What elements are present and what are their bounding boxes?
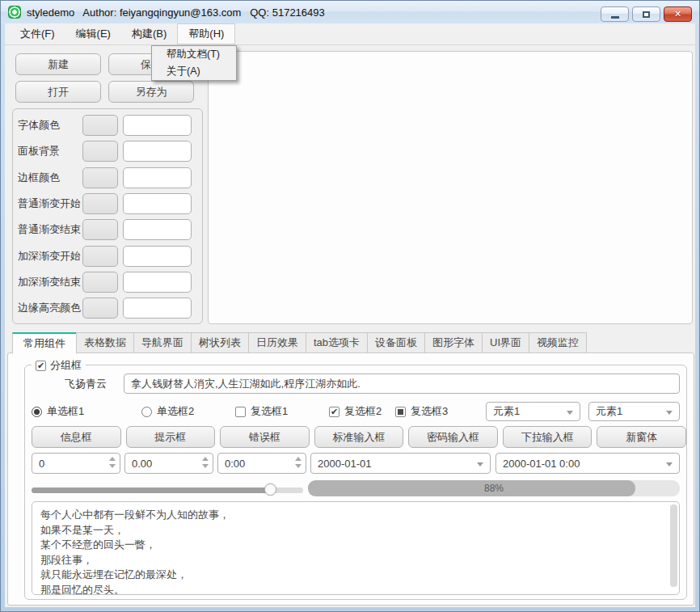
textarea-line: 那段往事， <box>40 553 664 568</box>
datetime-edit[interactable]: 2000-01-01 0:00 <box>495 453 680 474</box>
tab-table-data[interactable]: 表格数据 <box>76 332 134 353</box>
textarea-line: 如果不是某一天， <box>40 523 664 538</box>
color-value-input[interactable] <box>123 272 192 293</box>
combo-value: 元素1 <box>596 404 622 419</box>
color-value-input[interactable] <box>123 193 192 214</box>
menubar: 文件(F) 编辑(E) 构建(B) 帮助(H) <box>5 23 695 45</box>
color-pick-button[interactable] <box>82 193 118 214</box>
slider-fill <box>32 487 271 493</box>
color-pick-button[interactable] <box>82 219 118 240</box>
tab-common-widgets[interactable]: 常用组件 <box>12 332 77 354</box>
vertical-scrollbar[interactable] <box>670 504 677 592</box>
standard-input-button[interactable]: 标准输入框 <box>314 426 404 448</box>
int-spinbox[interactable]: 0 <box>32 453 120 474</box>
date-edit[interactable]: 2000-01-01 <box>310 453 491 474</box>
datetime-value: 2000-01-01 0:00 <box>503 458 580 470</box>
maximize-icon <box>643 11 650 18</box>
color-pick-button[interactable] <box>82 141 118 162</box>
tip-box-button[interactable]: 提示框 <box>126 426 216 448</box>
radio-option-2[interactable]: 单选框2 <box>141 403 194 420</box>
color-value-input[interactable] <box>123 298 192 319</box>
textarea-line: 就只能永远埋在记忆的最深处， <box>40 568 664 583</box>
chevron-down-icon <box>567 411 573 415</box>
progress-label: 88% <box>308 480 680 496</box>
radio-label: 单选框2 <box>157 404 194 419</box>
color-value-input[interactable] <box>123 246 192 267</box>
tab-pane: 分组框 飞扬青云 单选框1 单选框2 复选框1 <box>7 352 694 606</box>
tab-tree-list[interactable]: 树状列表 <box>191 332 249 353</box>
time-spinbox[interactable]: 0:00 <box>217 453 306 474</box>
radio-option-1[interactable]: 单选框1 <box>32 403 84 420</box>
password-input-button[interactable]: 密码输入框 <box>408 426 498 448</box>
menu-item-build[interactable]: 构建(B) <box>121 23 177 44</box>
color-value-input[interactable] <box>123 167 192 188</box>
radio-icon <box>141 407 152 417</box>
checkbox-icon <box>235 407 246 417</box>
color-value-input[interactable] <box>123 141 192 162</box>
spinner-arrows-icon[interactable] <box>202 457 209 468</box>
tab-device-panel[interactable]: 设备面板 <box>367 332 425 353</box>
window-controls: ✕ <box>601 6 692 22</box>
checkbox-option-2[interactable]: 复选框2 <box>329 403 382 420</box>
menu-item-about[interactable]: 关于(A) <box>152 63 236 80</box>
save-as-button[interactable]: 另存为 <box>108 81 194 103</box>
checkbox-label: 复选框2 <box>344 404 382 419</box>
tab-nav-ui[interactable]: 导航界面 <box>133 332 192 353</box>
textarea-line: 那是回忆的尽头。 <box>40 583 664 596</box>
new-window-button[interactable]: 新窗体 <box>597 426 686 448</box>
color-value-input[interactable] <box>123 219 192 240</box>
textarea-line: 某个不经意的回头一瞥， <box>40 538 664 553</box>
spinner-arrows-icon[interactable] <box>295 457 302 468</box>
color-row-deep-end: 加深渐变结束 <box>18 269 192 295</box>
tab-calendar[interactable]: 日历效果 <box>248 332 306 353</box>
menu-item-file[interactable]: 文件(F) <box>10 23 65 44</box>
color-pick-button[interactable] <box>82 272 118 293</box>
textarea-line: 每个人心中都有一段鲜不为人知的故事， <box>40 508 664 523</box>
slider-handle[interactable] <box>264 483 276 496</box>
new-button[interactable]: 新建 <box>15 53 101 75</box>
checkbox-label: 复选框3 <box>411 404 448 419</box>
groupbox-legend: 分组框 <box>32 358 86 373</box>
menu-item-edit[interactable]: 编辑(E) <box>65 23 121 44</box>
maximize-button[interactable] <box>632 6 660 22</box>
app-window: styledemo Author: feiyangqingyun@163.com… <box>0 0 700 612</box>
color-pick-button[interactable] <box>82 167 118 188</box>
spin-value: 0:00 <box>225 458 245 470</box>
combo-box-2[interactable]: 元素1 <box>588 402 680 421</box>
story-textarea[interactable]: 每个人心中都有一段鲜不为人知的故事， 如果不是某一天， 某个不经意的回头一瞥， … <box>32 501 680 595</box>
color-pick-button[interactable] <box>82 246 118 267</box>
color-value-input[interactable] <box>123 115 192 136</box>
combo-box-1[interactable]: 元素1 <box>486 402 580 421</box>
tab-tab-pages[interactable]: tab选项卡 <box>306 332 368 353</box>
spin-value: 0.00 <box>132 458 152 470</box>
open-button[interactable]: 打开 <box>15 81 101 103</box>
info-box-button[interactable]: 信息框 <box>32 426 121 448</box>
spinner-arrows-icon[interactable] <box>109 457 116 468</box>
groupbox-checkbox[interactable] <box>36 361 46 371</box>
tab-ui[interactable]: UI界面 <box>482 332 529 353</box>
chevron-down-icon <box>477 462 483 466</box>
slider[interactable] <box>32 483 303 496</box>
tab-icon-font[interactable]: 图形字体 <box>424 332 483 353</box>
color-row-label: 加深渐变结束 <box>18 275 82 289</box>
checkbox-option-3[interactable]: 复选框3 <box>395 403 448 420</box>
double-spinbox[interactable]: 0.00 <box>124 453 213 474</box>
radio-label: 单选框1 <box>47 404 84 419</box>
minimize-button[interactable] <box>601 6 629 22</box>
dropdown-input-button[interactable]: 下拉输入框 <box>503 426 592 448</box>
author-input[interactable] <box>124 374 680 394</box>
menu-item-help-doc[interactable]: 帮助文档(T) <box>152 46 236 63</box>
menu-item-help[interactable]: 帮助(H) <box>177 23 235 44</box>
chevron-down-icon <box>666 462 673 466</box>
tab-video-monitor[interactable]: 视频监控 <box>529 332 587 353</box>
help-dropdown-menu: 帮助文档(T) 关于(A) <box>151 45 237 81</box>
color-row-deep-start: 加深渐变开始 <box>18 243 192 268</box>
color-pick-button[interactable] <box>82 298 118 319</box>
checkbox-option-1[interactable]: 复选框1 <box>235 403 288 420</box>
error-box-button[interactable]: 错误框 <box>220 426 310 448</box>
scrollbar-thumb[interactable] <box>670 504 677 587</box>
color-row-gradient-end: 普通渐变结束 <box>18 217 192 243</box>
close-button[interactable]: ✕ <box>664 6 692 22</box>
chevron-down-icon <box>666 411 673 415</box>
color-pick-button[interactable] <box>82 115 118 136</box>
